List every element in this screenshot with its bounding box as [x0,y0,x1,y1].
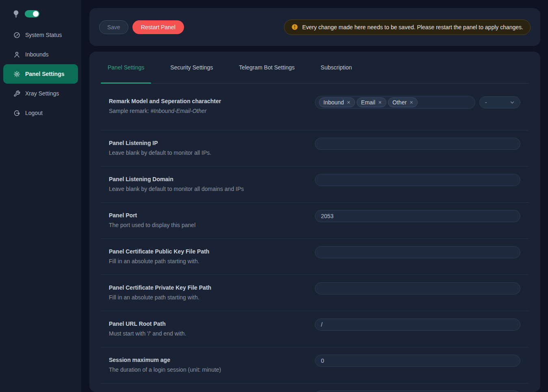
sidebar: System Status Inbounds Panel Settings Xr… [0,0,81,392]
sidebar-item-logout[interactable]: Logout [0,103,81,123]
theme-toggle[interactable] [25,10,39,17]
tag-remove-icon[interactable]: ✕ [378,100,382,105]
field-label: Panel Certificate Public Key File Path [109,247,315,256]
form-row-remark-model: Remark Model and Seperation charachter S… [101,84,529,130]
sidebar-item-label: Panel Settings [25,71,64,77]
tag-remove-icon[interactable]: ✕ [409,100,413,105]
field-description: Fill in an absolute path starting with. [109,257,315,266]
tag-other: Other✕ [388,97,418,107]
select-value: - [485,99,487,106]
cert-private-key-input[interactable] [315,282,520,295]
chevron-down-icon [510,100,515,105]
form-row-url-root-path: Panel URL Root Path Must start with '/' … [101,311,529,347]
sidebar-item-label: Xray Settings [25,90,59,97]
logout-icon [13,110,20,117]
listening-ip-input[interactable] [315,138,520,150]
toolbar-card: Save Restart Panel Every change made her… [89,8,540,46]
theme-toggle-knob [33,11,39,17]
restart-panel-button[interactable]: Restart Panel [132,20,184,34]
sidebar-item-panel-settings[interactable]: Panel Settings [3,64,78,84]
theme-row [0,6,81,21]
dashboard-icon [13,32,20,39]
field-label: Remark Model and Seperation charachter [109,97,315,106]
form-row-listening-ip: Panel Listening IP Leave blank by defaul… [101,130,529,167]
alert-text: Every change made here needs to be saved… [302,24,523,30]
sidebar-nav: System Status Inbounds Panel Settings Xr… [0,25,81,123]
tab-panel-settings[interactable]: Panel Settings [101,52,151,83]
tab-telegram-bot-settings[interactable]: Telegram Bot Settings [232,52,301,83]
bulb-icon [13,10,19,18]
user-icon [13,51,20,58]
wrench-icon [13,90,20,97]
tag-remove-icon[interactable]: ✕ [347,100,351,105]
gear-icon [13,71,20,78]
separator-select[interactable]: - [479,96,520,108]
session-max-age-input[interactable] [315,355,520,367]
form-row-cert-private-key: Panel Certificate Private Key File Path … [101,275,529,311]
sidebar-item-label: Logout [25,110,43,116]
field-label: Panel Port [109,211,315,220]
sidebar-item-label: System Status [25,32,62,38]
tab-bar: Panel Settings Security Settings Telegra… [101,52,529,84]
field-label: Panel URL Root Path [109,319,315,328]
tag-email: Email✕ [357,97,386,107]
warning-icon [291,24,298,30]
form-row-session-max-age: Session maximum age The duration of a lo… [101,347,529,383]
form-row-panel-port: Panel Port The port used to display this… [101,203,529,239]
field-description: The duration of a login session (unit: m… [109,365,315,374]
field-description: Leave blank by default to monitor all do… [109,184,315,193]
tab-security-settings[interactable]: Security Settings [163,52,220,83]
listening-domain-input[interactable] [315,174,520,186]
field-label: Session maximum age [109,355,315,364]
field-description: Sample remark: #Inbound-Email-Other [109,106,315,115]
form-row-cert-public-key: Panel Certificate Public Key File Path F… [101,239,529,275]
main-content: Save Restart Panel Every change made her… [81,0,548,392]
settings-card: Panel Settings Security Settings Telegra… [89,52,540,392]
partial-row-input[interactable] [315,390,520,392]
cert-public-key-input[interactable] [315,246,520,258]
form-row-partial [101,383,529,392]
tag-inbound: Inbound✕ [319,97,355,107]
field-label: Panel Certificate Private Key File Path [109,283,315,292]
restart-warning-alert: Every change made here needs to be saved… [284,19,531,35]
field-description: Leave blank by default to monitor all IP… [109,148,315,157]
sidebar-item-label: Inbounds [25,51,49,58]
field-label: Panel Listening Domain [109,175,315,184]
sidebar-item-xray-settings[interactable]: Xray Settings [0,84,81,103]
tab-subscription[interactable]: Subscription [314,52,359,83]
sidebar-item-inbounds[interactable]: Inbounds [0,45,81,64]
field-label: Panel Listening IP [109,139,315,147]
save-button[interactable]: Save [99,20,128,34]
field-description: Must start with '/' and end with. [109,329,315,338]
form-row-listening-domain: Panel Listening Domain Leave blank by de… [101,167,529,203]
field-description: Fill in an absolute path starting with. [109,293,315,302]
sample-remark: #Inbound-Email-Other [151,108,207,114]
panel-port-input[interactable] [315,210,520,222]
url-root-path-input[interactable] [315,318,520,331]
remark-tags-input[interactable]: Inbound✕ Email✕ Other✕ [315,96,475,109]
field-description: The port used to display this panel [109,221,315,230]
sidebar-item-system-status[interactable]: System Status [0,25,81,45]
